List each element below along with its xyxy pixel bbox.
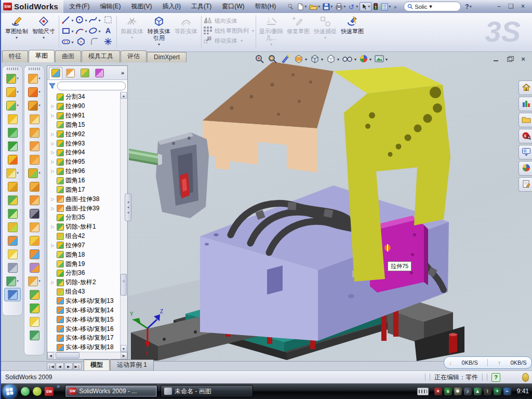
draft-button[interactable] [4, 193, 21, 207]
expand-arrow-icon[interactable]: ▷ [50, 206, 55, 211]
menu-视图(V)[interactable]: 视图(V) [127, 1, 157, 12]
volume-icon[interactable]: ♪ [464, 388, 472, 395]
core-button[interactable] [26, 112, 43, 126]
circle-button[interactable]: ▾ [74, 15, 88, 26]
tab-DimXpert[interactable]: DimXpert [147, 52, 187, 62]
tree-item[interactable]: ▷ 拉伸93 [47, 139, 121, 148]
tree-item[interactable]: 实体-移动/复制14 [47, 305, 121, 315]
tab-曲面[interactable]: 曲面 [55, 50, 81, 62]
tree-item[interactable]: 实体-移动/复制16 [47, 324, 121, 334]
feature-manager-tab[interactable] [49, 67, 62, 79]
insert-mold-button[interactable] [26, 220, 43, 234]
appearances-sphere-tab[interactable] [518, 161, 532, 176]
warning-icon[interactable]: ! [484, 388, 491, 395]
tree-item[interactable]: ▷ 拉伸95 [47, 157, 121, 167]
expand-arrow-icon[interactable]: ▷ [50, 224, 55, 229]
scroll-up-arrow[interactable]: ▲ [121, 92, 127, 99]
parting-line-button[interactable]: ▾ [26, 85, 43, 99]
solidworks-launcher-icon[interactable]: SW [45, 387, 54, 396]
scroll-down-arrow[interactable]: ▼ [121, 345, 127, 352]
快速草图-button[interactable]: 快速草图 [339, 15, 366, 35]
doc-tab-模型[interactable]: 模型 [84, 360, 110, 370]
section-view-button[interactable]: ▾ [294, 54, 307, 65]
tab-特征[interactable]: 特征 [2, 50, 28, 62]
property-manager-tab[interactable] [63, 67, 77, 79]
tree-item[interactable]: ▷ 曲面-拉伸38 [47, 194, 121, 204]
network-icon[interactable]: ▲ [474, 388, 482, 395]
quick-launch-overflow-icon[interactable]: » [57, 383, 60, 389]
tree-item[interactable]: 实体-移动/复制17 [47, 334, 121, 343]
fillet-button[interactable]: ▾ [4, 99, 21, 112]
tree-item[interactable]: 圆角17 [47, 185, 121, 194]
ellipse-button[interactable]: ▾ [88, 26, 101, 37]
rectangle-button[interactable]: ▾ [61, 26, 74, 37]
print-button[interactable]: ▾ [334, 3, 347, 11]
solidworks-search-tab[interactable]: S [518, 129, 532, 143]
expand-arrow-icon[interactable]: ▷ [50, 104, 55, 109]
move-copy-body-button[interactable] [4, 234, 21, 247]
tree-item[interactable]: 分割35 [47, 213, 121, 222]
defender-shield-icon[interactable]: + [494, 388, 501, 395]
zoom-fit-button[interactable] [255, 54, 265, 65]
dome-button[interactable] [26, 301, 43, 315]
messenger-icon[interactable] [21, 387, 30, 396]
doc-close-button[interactable]: × [520, 56, 527, 62]
expand-arrow-icon[interactable]: ▷ [50, 150, 55, 155]
reference-point-button[interactable] [4, 247, 21, 261]
tree-horizontal-scrollbar[interactable]: ◀ ▶ [47, 352, 127, 359]
file-explorer-tab[interactable] [518, 113, 532, 127]
cavity-button[interactable] [26, 234, 43, 247]
ruled-surface-button[interactable]: ▾ [26, 72, 43, 85]
menu-编辑(E)[interactable]: 编辑(E) [96, 1, 126, 12]
selection-frame-button[interactable] [101, 15, 115, 26]
start-button[interactable] [3, 384, 17, 398]
scroll-left-arrow[interactable]: ◀ [47, 352, 54, 358]
extend-surface-button[interactable] [26, 193, 43, 207]
dimxpert-manager-tab[interactable] [92, 67, 106, 79]
next-tab-button[interactable]: ▶ [64, 363, 73, 370]
search-input[interactable]: Solic ▾ [404, 2, 461, 11]
freeform-button[interactable] [26, 315, 43, 328]
view-palette-tab[interactable] [518, 145, 532, 159]
scroll-right-arrow[interactable]: ▶ [121, 352, 127, 358]
doc-minimize-button[interactable] [493, 56, 500, 62]
doc-restore-button[interactable] [506, 56, 513, 62]
options-list-button[interactable]: ▾ [380, 3, 392, 11]
badge-icon[interactable]: ✱ [454, 388, 462, 395]
expand-arrow-icon[interactable]: ▷ [50, 113, 55, 118]
keyboard-tray-icon[interactable] [417, 388, 429, 395]
spline-tool-button[interactable] [26, 328, 43, 342]
tree-vertical-scrollbar[interactable]: ▲ ▼ [120, 92, 127, 352]
select-arrow-button[interactable]: ▾ [360, 2, 371, 11]
tree-item[interactable]: 圆角18 [47, 250, 121, 259]
tab-评估[interactable]: 评估 [121, 50, 147, 62]
search-dropdown-icon[interactable]: ▾ [429, 3, 432, 10]
tree-item[interactable]: ▷ 拉伸91 [47, 111, 121, 121]
tab-草图[interactable]: 草图 [29, 50, 55, 62]
line-button[interactable]: ▾ [61, 15, 74, 26]
toolbar-grip[interactable] [29, 68, 40, 70]
taskbar-task-2[interactable]: 未命名 - 画图 [161, 385, 253, 397]
home-tab[interactable] [518, 81, 532, 95]
display-style-button[interactable]: ▾ [310, 54, 323, 65]
tree-item[interactable]: 分割34 [47, 92, 121, 102]
expand-arrow-icon[interactable]: ▷ [50, 243, 55, 248]
first-tab-button[interactable]: ❘◀ [47, 363, 55, 370]
scale-button[interactable] [26, 247, 43, 261]
help-menu[interactable]: ? ▾ [465, 3, 471, 10]
network-speed-widget[interactable]: ↓ 0KB/S ↑ 0KB/S [444, 356, 532, 369]
hole-wizard-button[interactable] [4, 153, 21, 166]
prev-tab-button[interactable]: ◀ [56, 363, 64, 370]
tree-item[interactable]: 圆角15 [47, 121, 121, 130]
expand-arrow-icon[interactable]: ▷ [50, 141, 55, 146]
expand-arrow-icon[interactable]: ▷ [50, 132, 55, 137]
new-document-button[interactable]: ▾ [296, 3, 308, 11]
knit-surface-button[interactable]: ▾ [26, 166, 43, 180]
doc-tab-运动算例 1[interactable]: 运动算例 1 [110, 360, 154, 370]
sketch-fillet-button[interactable] [88, 37, 101, 48]
menu-文件(F)[interactable]: 文件(F) [64, 1, 94, 12]
draft-analysis-button[interactable]: ▾ [26, 274, 43, 288]
tree-item[interactable]: ▷ 拉伸97 [47, 241, 121, 250]
save-button[interactable]: ▾ [322, 3, 334, 11]
appearances-button[interactable]: ▾ [359, 54, 371, 65]
